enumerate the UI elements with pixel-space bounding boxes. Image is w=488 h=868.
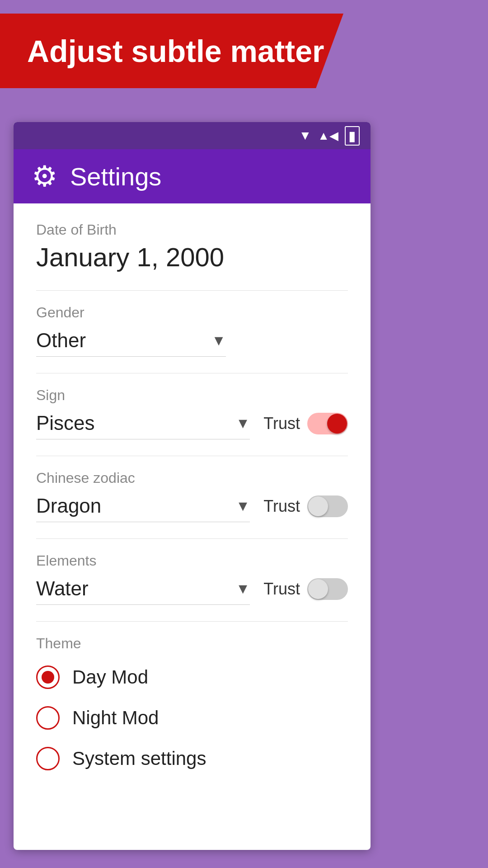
elements-trust-label: Trust: [263, 580, 300, 599]
chinese-trust-toggle[interactable]: [307, 495, 348, 517]
sign-toggle-thumb: [327, 414, 347, 434]
day-mod-label: Day Mod: [72, 666, 148, 688]
app-bar-title: Settings: [70, 162, 161, 191]
sign-label: Sign: [36, 387, 348, 404]
chinese-trust-section: Trust: [263, 495, 348, 517]
divider-5: [36, 621, 348, 622]
status-bar: ▼ ▲◀ ▮: [14, 122, 371, 149]
phone-frame: ▼ ▲◀ ▮ ⚙ Settings Date of Birth January …: [14, 122, 371, 850]
divider-3: [36, 456, 348, 456]
chinese-zodiac-dropdown[interactable]: Dragon ▼: [36, 490, 250, 522]
elements-trust-section: Trust: [263, 578, 348, 600]
theme-label: Theme: [36, 635, 348, 652]
sign-trust-toggle[interactable]: [307, 413, 348, 434]
day-mod-radio-outer: [36, 665, 60, 689]
chinese-zodiac-arrow-icon: ▼: [236, 498, 250, 514]
theme-day-mod[interactable]: Day Mod: [36, 665, 348, 689]
banner-area: Adjust subtle matter: [0, 0, 488, 99]
sign-field: Sign Pisces ▼ Trust: [36, 387, 348, 439]
banner-title: Adjust subtle matter: [27, 33, 324, 69]
chinese-zodiac-field: Chinese zodiac Dragon ▼ Trust: [36, 470, 348, 522]
theme-section: Theme Day Mod Night Mod: [36, 635, 348, 770]
sign-arrow-icon: ▼: [236, 415, 250, 432]
system-settings-label: System settings: [72, 748, 206, 769]
theme-night-mod[interactable]: Night Mod: [36, 706, 348, 730]
gear-icon: ⚙: [32, 160, 57, 193]
dob-label: Date of Birth: [36, 222, 348, 238]
battery-icon: ▮: [345, 126, 360, 146]
wifi-icon: ▼: [299, 128, 312, 143]
gender-label: Gender: [36, 304, 348, 321]
dob-field: Date of Birth January 1, 2000: [36, 222, 348, 272]
system-settings-radio-outer: [36, 747, 60, 770]
sign-value: Pisces: [36, 412, 95, 434]
gender-dropdown-row: Other ▼: [36, 325, 348, 357]
settings-content: Date of Birth January 1, 2000 Gender Oth…: [14, 203, 371, 806]
elements-toggle-thumb: [308, 579, 328, 599]
app-bar: ⚙ Settings: [14, 149, 371, 203]
sign-trust-section: Trust: [263, 413, 348, 434]
chinese-toggle-thumb: [308, 496, 328, 516]
theme-system-settings[interactable]: System settings: [36, 747, 348, 770]
divider-1: [36, 290, 348, 291]
chinese-trust-label: Trust: [263, 497, 300, 516]
divider-2: [36, 373, 348, 373]
elements-dropdown[interactable]: Water ▼: [36, 573, 250, 605]
chinese-zodiac-value: Dragon: [36, 495, 101, 517]
dob-value: January 1, 2000: [36, 242, 348, 272]
elements-field: Elements Water ▼ Trust: [36, 552, 348, 605]
gender-field: Gender Other ▼: [36, 304, 348, 357]
gender-value: Other: [36, 329, 86, 352]
elements-label: Elements: [36, 552, 348, 569]
gender-dropdown[interactable]: Other ▼: [36, 325, 226, 357]
elements-value: Water: [36, 577, 89, 600]
red-banner: Adjust subtle matter: [0, 14, 343, 88]
signal-icon: ▲◀: [318, 129, 338, 143]
gender-arrow-icon: ▼: [211, 332, 226, 349]
day-mod-radio-inner: [42, 671, 54, 684]
divider-4: [36, 538, 348, 539]
sign-trust-label: Trust: [263, 414, 300, 433]
elements-arrow-icon: ▼: [236, 580, 250, 597]
chinese-zodiac-label: Chinese zodiac: [36, 470, 348, 486]
sign-dropdown[interactable]: Pisces ▼: [36, 407, 250, 439]
night-mod-label: Night Mod: [72, 707, 159, 729]
night-mod-radio-outer: [36, 706, 60, 730]
elements-trust-toggle[interactable]: [307, 578, 348, 600]
